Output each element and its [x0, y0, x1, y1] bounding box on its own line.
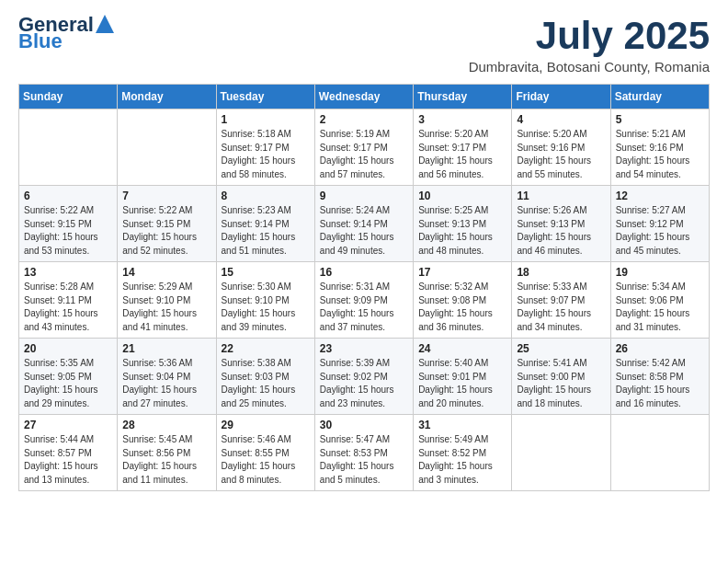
- weekday-header-cell: Sunday: [19, 85, 118, 109]
- day-info: Sunrise: 5:18 AM Sunset: 9:17 PM Dayligh…: [222, 128, 310, 181]
- weekday-header-cell: Wednesday: [314, 85, 413, 109]
- day-info: Sunrise: 5:36 AM Sunset: 9:04 PM Dayligh…: [122, 357, 210, 410]
- day-info: Sunrise: 5:28 AM Sunset: 9:11 PM Dayligh…: [24, 281, 112, 334]
- day-number: 12: [616, 190, 704, 202]
- day-info: Sunrise: 5:20 AM Sunset: 9:16 PM Dayligh…: [517, 128, 605, 181]
- calendar-day-cell: 6Sunrise: 5:22 AM Sunset: 9:15 PM Daylig…: [19, 186, 118, 262]
- calendar-day-cell: 21Sunrise: 5:36 AM Sunset: 9:04 PM Dayli…: [118, 339, 216, 415]
- day-number: 16: [320, 266, 408, 279]
- calendar-day-cell: 5Sunrise: 5:21 AM Sunset: 9:16 PM Daylig…: [610, 109, 709, 186]
- calendar-day-cell: 15Sunrise: 5:30 AM Sunset: 9:10 PM Dayli…: [216, 262, 314, 339]
- day-info: Sunrise: 5:30 AM Sunset: 9:10 PM Dayligh…: [222, 281, 310, 334]
- day-info: Sunrise: 5:22 AM Sunset: 9:15 PM Dayligh…: [24, 204, 112, 258]
- weekday-header-cell: Tuesday: [216, 85, 314, 109]
- day-number: 1: [222, 113, 310, 126]
- day-number: 23: [320, 342, 408, 355]
- day-info: Sunrise: 5:24 AM Sunset: 9:14 PM Dayligh…: [320, 204, 408, 258]
- calendar-day-cell: 8Sunrise: 5:23 AM Sunset: 9:14 PM Daylig…: [216, 186, 314, 262]
- calendar-day-cell: 25Sunrise: 5:41 AM Sunset: 9:00 PM Dayli…: [512, 339, 610, 415]
- day-number: 15: [222, 266, 310, 279]
- day-info: Sunrise: 5:23 AM Sunset: 9:14 PM Dayligh…: [222, 204, 310, 258]
- day-info: Sunrise: 5:32 AM Sunset: 9:08 PM Dayligh…: [418, 281, 506, 334]
- calendar-week-row: 6Sunrise: 5:22 AM Sunset: 9:15 PM Daylig…: [19, 186, 710, 262]
- calendar-day-cell: 14Sunrise: 5:29 AM Sunset: 9:10 PM Dayli…: [118, 262, 216, 339]
- day-number: 27: [24, 419, 112, 431]
- calendar-day-cell: 3Sunrise: 5:20 AM Sunset: 9:17 PM Daylig…: [414, 109, 512, 186]
- calendar-day-cell: 24Sunrise: 5:40 AM Sunset: 9:01 PM Dayli…: [414, 339, 512, 415]
- day-number: 8: [222, 190, 310, 202]
- day-number: 6: [24, 190, 112, 202]
- day-number: 21: [122, 342, 210, 355]
- calendar-day-cell: 26Sunrise: 5:42 AM Sunset: 8:58 PM Dayli…: [610, 339, 709, 415]
- day-info: Sunrise: 5:42 AM Sunset: 8:58 PM Dayligh…: [616, 357, 704, 410]
- day-number: 18: [517, 266, 605, 279]
- day-number: 4: [517, 113, 605, 126]
- day-number: 10: [418, 190, 506, 202]
- calendar-day-cell: 2Sunrise: 5:19 AM Sunset: 9:17 PM Daylig…: [314, 109, 413, 186]
- day-info: Sunrise: 5:38 AM Sunset: 9:03 PM Dayligh…: [222, 357, 310, 410]
- logo-blue-text: Blue: [18, 31, 63, 52]
- day-info: Sunrise: 5:46 AM Sunset: 8:55 PM Dayligh…: [222, 433, 310, 487]
- day-info: Sunrise: 5:31 AM Sunset: 9:09 PM Dayligh…: [320, 281, 408, 334]
- day-number: 25: [517, 342, 605, 355]
- day-info: Sunrise: 5:26 AM Sunset: 9:13 PM Dayligh…: [517, 204, 605, 258]
- title-area: July 2025 Dumbravita, Botosani County, R…: [469, 15, 710, 75]
- svg-marker-0: [96, 15, 114, 33]
- page-header: General Blue July 2025 Dumbravita, Botos…: [18, 15, 710, 75]
- calendar-day-cell: 17Sunrise: 5:32 AM Sunset: 9:08 PM Dayli…: [414, 262, 512, 339]
- calendar-day-cell: 1Sunrise: 5:18 AM Sunset: 9:17 PM Daylig…: [216, 109, 314, 186]
- weekday-header-cell: Thursday: [414, 85, 512, 109]
- calendar-week-row: 27Sunrise: 5:44 AM Sunset: 8:57 PM Dayli…: [19, 415, 710, 491]
- calendar-table: SundayMondayTuesdayWednesdayThursdayFrid…: [18, 84, 710, 491]
- calendar-day-cell: 30Sunrise: 5:47 AM Sunset: 8:53 PM Dayli…: [314, 415, 413, 491]
- logo-icon: [96, 15, 114, 33]
- calendar-day-cell: 18Sunrise: 5:33 AM Sunset: 9:07 PM Dayli…: [512, 262, 610, 339]
- calendar-day-cell: 13Sunrise: 5:28 AM Sunset: 9:11 PM Dayli…: [19, 262, 118, 339]
- calendar-day-cell: [19, 109, 118, 186]
- calendar-day-cell: 28Sunrise: 5:45 AM Sunset: 8:56 PM Dayli…: [118, 415, 216, 491]
- calendar-day-cell: [512, 415, 610, 491]
- day-number: 29: [222, 419, 310, 431]
- day-number: 19: [616, 266, 704, 279]
- logo: General Blue: [18, 15, 114, 52]
- day-number: 2: [320, 113, 408, 126]
- day-number: 5: [616, 113, 704, 126]
- day-number: 14: [122, 266, 210, 279]
- calendar-day-cell: 10Sunrise: 5:25 AM Sunset: 9:13 PM Dayli…: [414, 186, 512, 262]
- day-info: Sunrise: 5:45 AM Sunset: 8:56 PM Dayligh…: [122, 433, 210, 487]
- day-number: 17: [418, 266, 506, 279]
- weekday-header-cell: Monday: [118, 85, 216, 109]
- day-info: Sunrise: 5:39 AM Sunset: 9:02 PM Dayligh…: [320, 357, 408, 410]
- calendar-day-cell: 27Sunrise: 5:44 AM Sunset: 8:57 PM Dayli…: [19, 415, 118, 491]
- day-info: Sunrise: 5:20 AM Sunset: 9:17 PM Dayligh…: [418, 128, 506, 181]
- calendar-day-cell: 7Sunrise: 5:22 AM Sunset: 9:15 PM Daylig…: [118, 186, 216, 262]
- calendar-day-cell: 4Sunrise: 5:20 AM Sunset: 9:16 PM Daylig…: [512, 109, 610, 186]
- calendar-day-cell: 22Sunrise: 5:38 AM Sunset: 9:03 PM Dayli…: [216, 339, 314, 415]
- day-number: 7: [122, 190, 210, 202]
- day-number: 20: [24, 342, 112, 355]
- calendar-week-row: 1Sunrise: 5:18 AM Sunset: 9:17 PM Daylig…: [19, 109, 710, 186]
- day-number: 26: [616, 342, 704, 355]
- day-info: Sunrise: 5:25 AM Sunset: 9:13 PM Dayligh…: [418, 204, 506, 258]
- calendar-day-cell: 12Sunrise: 5:27 AM Sunset: 9:12 PM Dayli…: [610, 186, 709, 262]
- day-info: Sunrise: 5:22 AM Sunset: 9:15 PM Dayligh…: [122, 204, 210, 258]
- location-subtitle: Dumbravita, Botosani County, Romania: [469, 59, 710, 75]
- calendar-day-cell: [610, 415, 709, 491]
- day-info: Sunrise: 5:19 AM Sunset: 9:17 PM Dayligh…: [320, 128, 408, 181]
- calendar-week-row: 13Sunrise: 5:28 AM Sunset: 9:11 PM Dayli…: [19, 262, 710, 339]
- calendar-day-cell: 20Sunrise: 5:35 AM Sunset: 9:05 PM Dayli…: [19, 339, 118, 415]
- calendar-day-cell: 9Sunrise: 5:24 AM Sunset: 9:14 PM Daylig…: [314, 186, 413, 262]
- calendar-week-row: 20Sunrise: 5:35 AM Sunset: 9:05 PM Dayli…: [19, 339, 710, 415]
- day-number: 22: [222, 342, 310, 355]
- day-number: 24: [418, 342, 506, 355]
- day-info: Sunrise: 5:34 AM Sunset: 9:06 PM Dayligh…: [616, 281, 704, 334]
- day-info: Sunrise: 5:44 AM Sunset: 8:57 PM Dayligh…: [24, 433, 112, 487]
- day-number: 13: [24, 266, 112, 279]
- calendar-day-cell: 29Sunrise: 5:46 AM Sunset: 8:55 PM Dayli…: [216, 415, 314, 491]
- day-number: 11: [517, 190, 605, 202]
- day-info: Sunrise: 5:41 AM Sunset: 9:00 PM Dayligh…: [517, 357, 605, 410]
- weekday-header-cell: Saturday: [610, 85, 709, 109]
- day-number: 3: [418, 113, 506, 126]
- day-info: Sunrise: 5:35 AM Sunset: 9:05 PM Dayligh…: [24, 357, 112, 410]
- day-info: Sunrise: 5:49 AM Sunset: 8:52 PM Dayligh…: [418, 433, 506, 487]
